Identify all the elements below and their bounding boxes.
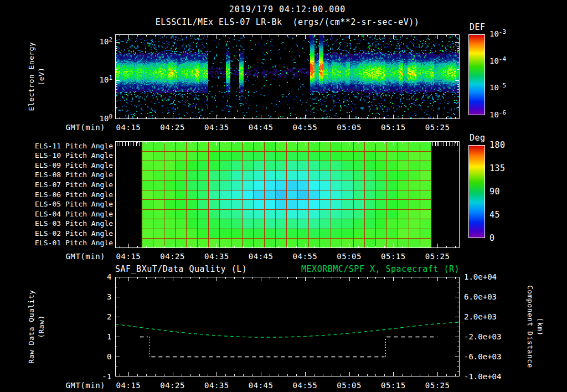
quality-axis-unit: (Raw): [37, 238, 47, 392]
pitch-row-label: ELS-08 Pitch Angle: [22, 171, 113, 179]
quality-y-tick-label: 2: [79, 312, 112, 321]
spectrogram-x-tick-label: 05:25: [420, 123, 455, 132]
pitch-angle-heatmap-canvas: [115, 141, 460, 248]
energy-y-tick-label: 101: [74, 75, 112, 84]
pitch-row-label: ELS-04 Pitch Angle: [22, 210, 113, 218]
distance-axis-unit: (km): [534, 233, 544, 392]
deg-colorbar-label: Deg: [470, 133, 486, 143]
distance-series-title: MEXORBMC/SPF X, Spacecraft (R): [238, 264, 460, 274]
deg-colorbar-tick-label: 45: [489, 210, 500, 220]
pitch-x-tick-label: 04:15: [111, 252, 146, 261]
distance-y-tick-label: 2.0e+03: [464, 312, 508, 321]
energy-y-tick-label: 100: [74, 114, 112, 123]
pitch-row-label: ELS-06 Pitch Angle: [22, 190, 113, 199]
distance-y-tick-label: -1.0e+04: [464, 372, 508, 381]
energy-axis-label: Electron Energy: [27, 0, 37, 165]
def-colorbar-label: DEF: [470, 22, 486, 32]
mex-els-browse-plot: 2019/179 04:12:00.000 ELSSCIL/MEx ELS-07…: [0, 0, 567, 392]
def-colorbar-tick-label: 10-3: [489, 29, 528, 38]
def-colorbar: [468, 34, 485, 115]
distance-y-tick-label: 6.0e+03: [464, 292, 508, 301]
timeseries-x-tick-label: 04:55: [287, 381, 323, 390]
pitch-x-tick-label: 04:55: [287, 252, 323, 261]
spectrogram-x-tick-label: 05:05: [332, 123, 367, 132]
def-colorbar-tick-label: 10-5: [489, 83, 528, 92]
page-title: 2019/179 04:12:00.000: [115, 4, 460, 14]
distance-y-tick-label: -6.0e+03: [464, 352, 508, 361]
pitch-x-tick-label: 04:35: [199, 252, 234, 261]
gmt-label-spectrogram: GMT(min): [65, 123, 105, 132]
quality-y-tick-label: 4: [79, 272, 112, 281]
gmt-label-pitch: GMT(min): [65, 252, 105, 261]
gmt-label-timeseries: GMT(min): [65, 381, 105, 390]
deg-colorbar-tick-label: 135: [489, 163, 506, 173]
deg-colorbar-tick-label: 0: [489, 233, 495, 243]
pitch-row-label: ELS-10 Pitch Angle: [22, 151, 113, 159]
electron-energy-spectrogram-canvas: [115, 34, 460, 119]
deg-colorbar: [468, 145, 485, 238]
spectrogram-x-tick-label: 04:25: [155, 123, 190, 132]
deg-colorbar-tick-label: 90: [489, 187, 500, 197]
timeseries-x-tick-label: 05:25: [420, 381, 455, 390]
pitch-x-tick-label: 04:25: [155, 252, 190, 261]
timeseries-x-tick-label: 05:05: [332, 381, 367, 390]
spectrogram-x-tick-label: 04:35: [199, 123, 234, 132]
pitch-row-label: ELS-02 Pitch Angle: [22, 229, 113, 238]
energy-y-tick-label: 102: [74, 37, 112, 46]
spectrogram-x-tick-label: 04:45: [243, 123, 279, 132]
quality-y-tick-label: -1: [79, 372, 112, 381]
spectrogram-x-tick-label: 04:15: [111, 123, 146, 132]
spectrogram-x-tick-label: 04:55: [287, 123, 323, 132]
pitch-row-label: ELS-07 Pitch Angle: [22, 180, 113, 189]
pitch-row-label: ELS-09 Pitch Angle: [22, 161, 113, 169]
def-colorbar-tick-label: 10-4: [489, 56, 528, 65]
quality-y-tick-label: 0: [79, 352, 112, 361]
quality-y-tick-label: 1: [79, 332, 112, 341]
pitch-x-tick-label: 05:15: [375, 252, 411, 261]
quality-distance-plot-canvas: [115, 277, 460, 376]
timeseries-x-tick-label: 05:15: [375, 381, 411, 390]
energy-axis-unit: (eV): [37, 0, 47, 165]
deg-colorbar-tick-label: 180: [489, 140, 506, 150]
spectrogram-x-tick-label: 05:15: [375, 123, 411, 132]
spectrogram-title: ELSSCIL/MEx ELS-07 LR-Bk (ergs/(cm**2-sr…: [115, 17, 460, 27]
distance-y-tick-label: 1.0e+04: [464, 272, 508, 281]
pitch-x-tick-label: 05:05: [332, 252, 367, 261]
pitch-row-label: ELS-05 Pitch Angle: [22, 200, 113, 208]
quality-axis-label: Raw Data Quality: [27, 238, 37, 392]
pitch-row-label: ELS-01 Pitch Angle: [22, 239, 113, 247]
pitch-x-tick-label: 05:25: [420, 252, 455, 261]
quality-y-tick-label: 3: [79, 292, 112, 301]
timeseries-x-tick-label: 04:45: [243, 381, 279, 390]
quality-series-title: SAF_BXuT/Data Quality (L): [115, 264, 247, 274]
timeseries-x-tick-label: 04:35: [199, 381, 234, 390]
pitch-row-label: ELS-11 Pitch Angle: [22, 142, 113, 150]
def-colorbar-tick-label: 10-6: [489, 110, 528, 119]
pitch-x-tick-label: 04:45: [243, 252, 279, 261]
pitch-row-label: ELS-03 Pitch Angle: [22, 219, 113, 228]
distance-y-tick-label: -2.0e+03: [464, 332, 508, 341]
distance-axis-label: Component Distance: [524, 233, 534, 392]
timeseries-x-tick-label: 04:25: [155, 381, 190, 390]
timeseries-x-tick-label: 04:15: [111, 381, 146, 390]
